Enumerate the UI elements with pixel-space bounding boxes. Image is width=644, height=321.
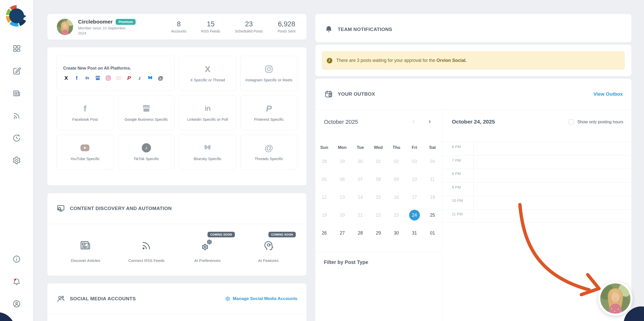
- time-slot-row[interactable]: 8 PM: [442, 169, 631, 182]
- discovery-connect-rss-feeds[interactable]: Connect RSS Feeds: [116, 224, 177, 276]
- time-slot-row[interactable]: 6 PM: [442, 142, 631, 156]
- time-slot-row[interactable]: 10 PM: [442, 196, 631, 209]
- manage-social-accounts-link[interactable]: Manage Social Media Accounts: [225, 283, 297, 314]
- view-outbox-link[interactable]: View Outbox: [593, 79, 623, 109]
- time-slot-cell[interactable]: [473, 209, 631, 223]
- calendar-day[interactable]: 22: [369, 206, 388, 224]
- create-post-card: Create New Post on All Platforms. XfinP♪…: [47, 47, 307, 185]
- floating-avatar-widget[interactable]: [598, 281, 632, 316]
- clock-icon: [326, 57, 333, 64]
- calendar-day[interactable]: 29: [369, 224, 388, 242]
- discovery-discover-articles[interactable]: Discover Articles: [55, 224, 116, 276]
- time-slot-cell[interactable]: [473, 142, 631, 156]
- profile-name: Circleboomer: [78, 19, 113, 25]
- time-slot-cell[interactable]: [473, 169, 631, 182]
- calendar-day[interactable]: 05: [315, 170, 333, 188]
- calendar-prev-button[interactable]: [409, 118, 417, 125]
- sidebar-item-compose[interactable]: [0, 64, 33, 77]
- calendar-weekday: Sat: [423, 142, 442, 152]
- calendar-day[interactable]: 31: [406, 224, 424, 242]
- sidebar-item-dashboard[interactable]: [0, 42, 33, 55]
- tile-facebook-post[interactable]: f Facebook Post: [57, 95, 114, 130]
- sidebar-item-rss[interactable]: [0, 109, 33, 122]
- calendar-day[interactable]: 23: [387, 206, 406, 224]
- tile-threads-specific[interactable]: @ Threads Specific: [241, 135, 298, 170]
- calendar-day[interactable]: 21: [351, 206, 369, 224]
- tile-instagram-specific-or-reels[interactable]: Instagram Specific or Reels: [241, 56, 298, 91]
- sidebar-item-queue[interactable]: [0, 132, 33, 145]
- time-slot-cell[interactable]: [473, 196, 631, 209]
- create-all-platforms-tile[interactable]: Create New Post on All Platforms. XfinP♪…: [57, 56, 175, 91]
- calendar-day[interactable]: 30: [351, 152, 369, 170]
- calendar-day[interactable]: 18: [423, 188, 442, 206]
- manage-social-accounts-label: Manage Social Media Accounts: [233, 296, 297, 301]
- sidebar-item-info[interactable]: [0, 253, 33, 265]
- tile-tiktok-specific[interactable]: ♪ TikTok Specific: [118, 135, 175, 170]
- mini-calendar: SunMonTueWedThuFriSat 282930010203040506…: [315, 142, 442, 242]
- time-slot-cell[interactable]: [473, 183, 631, 196]
- discovery-ai-features[interactable]: COMING SOON AI Features: [238, 224, 299, 276]
- calendar-day[interactable]: 13: [333, 188, 352, 206]
- calendar-day[interactable]: 01: [423, 224, 442, 242]
- calendar-day[interactable]: 09: [387, 170, 406, 188]
- time-slot-label: 7 PM: [442, 156, 473, 169]
- google-business-icon: [95, 75, 101, 81]
- calendar-day[interactable]: 25: [423, 206, 442, 224]
- calendar-month-label: October 2025: [324, 119, 358, 125]
- compose-icon: [12, 67, 21, 75]
- sidebar-item-settings[interactable]: [0, 154, 33, 167]
- sidebar-item-account[interactable]: [0, 297, 33, 310]
- dashboard-icon: [12, 44, 21, 53]
- calendar-day[interactable]: 12: [315, 188, 333, 206]
- calendar-day[interactable]: 04: [423, 152, 442, 170]
- calendar-day[interactable]: 30: [387, 224, 406, 242]
- calendar-day[interactable]: 29: [333, 152, 352, 170]
- tile-bluesky-specific[interactable]: Bluesky Specific: [179, 135, 236, 170]
- stat-value: 15: [201, 20, 220, 28]
- time-slot-row[interactable]: 9 PM: [442, 182, 631, 196]
- bluesky-icon: [202, 143, 213, 153]
- sidebar-item-notifications[interactable]: [0, 275, 33, 288]
- ai-head-icon: [263, 239, 274, 252]
- tile-youtube-specific[interactable]: YouTube Specific: [57, 135, 114, 170]
- circleboom-logo-icon[interactable]: [6, 5, 27, 27]
- tile-x-specific-or-thread[interactable]: X X Specific or Thread: [179, 56, 236, 91]
- calendar-day[interactable]: 27: [333, 224, 352, 242]
- calendar-day[interactable]: 16: [387, 188, 406, 206]
- calendar-next-button[interactable]: [426, 118, 433, 125]
- calendar-day[interactable]: 01: [369, 152, 388, 170]
- calendar-day[interactable]: 10: [406, 170, 424, 188]
- calendar-day[interactable]: 14: [351, 188, 369, 206]
- calendar-day[interactable]: 06: [333, 170, 352, 188]
- threads-icon: @: [264, 143, 274, 153]
- calendar-day[interactable]: 19: [315, 206, 333, 224]
- tile-google-business-specific[interactable]: Google Business Specific: [118, 95, 175, 130]
- calendar-day[interactable]: 26: [315, 224, 333, 242]
- tile-pinterest-specific[interactable]: P Pinterest Specific: [241, 95, 298, 130]
- calendar-day[interactable]: 02: [387, 152, 406, 170]
- avatar: [600, 283, 630, 314]
- tile-linkedin-specific-or-poll[interactable]: in Linkedin Specific or Poll: [179, 95, 236, 130]
- time-slot-row[interactable]: 7 PM: [442, 156, 631, 169]
- calendar-day[interactable]: 08: [369, 170, 388, 188]
- calendar-day[interactable]: 17: [406, 188, 424, 206]
- calendar-day[interactable]: 03: [406, 152, 424, 170]
- social-accounts-card: SOCIAL MEDIA ACCOUNTS Manage Social Medi…: [47, 283, 307, 321]
- time-slot-cell[interactable]: [473, 156, 631, 169]
- calendar-day[interactable]: 20: [333, 206, 352, 224]
- show-posting-hours-toggle[interactable]: Show only posting hours: [569, 119, 623, 125]
- calendar-day[interactable]: 28: [351, 224, 369, 242]
- discovery-ai-preferences[interactable]: COMING SOON AI Preferences: [177, 224, 238, 276]
- time-slot-row[interactable]: 11 PM: [442, 209, 631, 223]
- calendar-day[interactable]: 07: [351, 170, 369, 188]
- social-title: SOCIAL MEDIA ACCOUNTS: [70, 296, 136, 302]
- calendar-day[interactable]: 15: [369, 188, 388, 206]
- calendar-day[interactable]: 28: [315, 152, 333, 170]
- sidebar-item-articles[interactable]: [0, 87, 33, 100]
- coming-soon-badge: COMING SOON: [208, 232, 235, 237]
- calendar-day[interactable]: 11: [423, 170, 442, 188]
- unread-dot: [14, 279, 16, 281]
- calendar-day[interactable]: 24: [406, 206, 424, 224]
- pinterest-icon: P: [264, 103, 274, 114]
- posting-hours-checkbox[interactable]: [569, 119, 574, 125]
